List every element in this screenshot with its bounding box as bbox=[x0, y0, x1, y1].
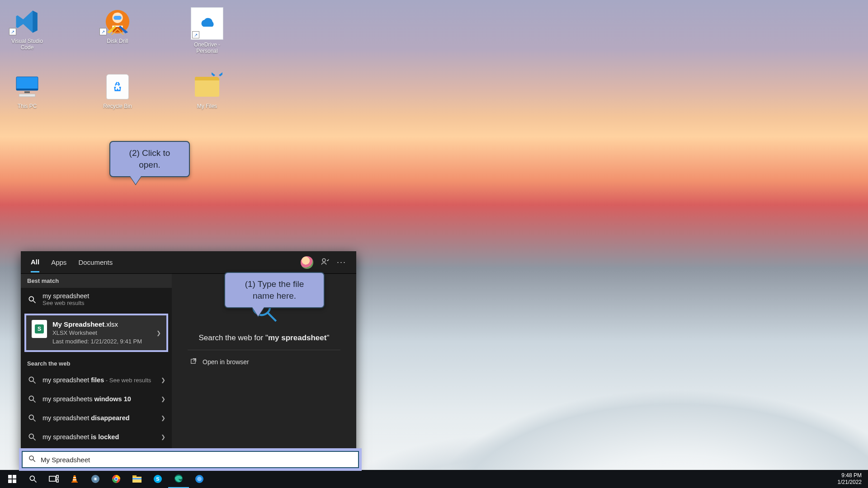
desktop: ↗ Visual Studio Code ↗ Disk Drill ↗ OneD… bbox=[0, 0, 868, 488]
desktop-icon-onedrive[interactable]: ↗ OneDrive - Personal bbox=[184, 7, 230, 54]
task-view-button[interactable] bbox=[43, 470, 64, 488]
search-results-left: Best match my spreadsheet See web result… bbox=[21, 274, 172, 470]
chevron-right-icon: ❯ bbox=[156, 330, 161, 336]
tab-all[interactable]: All bbox=[31, 253, 39, 272]
tab-apps[interactable]: Apps bbox=[51, 253, 66, 272]
svg-point-30 bbox=[30, 476, 34, 480]
search-icon bbox=[28, 455, 36, 465]
edge-icon bbox=[173, 473, 184, 484]
taskbar-app-edge[interactable] bbox=[168, 470, 189, 488]
taskbar-app-generic[interactable] bbox=[189, 470, 210, 488]
windows-icon bbox=[7, 474, 18, 484]
open-external-icon bbox=[190, 357, 197, 366]
search-icon bbox=[27, 295, 37, 305]
recycle-bin-icon bbox=[95, 72, 140, 101]
desktop-icon-vscode[interactable]: ↗ Visual Studio Code bbox=[5, 7, 50, 51]
svg-rect-32 bbox=[49, 476, 56, 481]
svg-point-13 bbox=[29, 396, 33, 400]
clock-date: 1/21/2022 bbox=[838, 479, 862, 486]
chevron-right-icon: ❯ bbox=[161, 396, 165, 402]
best-match-header: Best match bbox=[21, 274, 172, 288]
desktop-icon-diskdrill[interactable]: ↗ Disk Drill bbox=[95, 7, 140, 44]
vscode-icon: ↗ bbox=[5, 7, 50, 36]
search-panel-header: All Apps Documents ··· bbox=[21, 251, 356, 274]
task-view-icon bbox=[48, 474, 59, 484]
svg-line-16 bbox=[33, 419, 36, 422]
desktop-icon-my-files[interactable]: My Files bbox=[184, 72, 230, 109]
svg-text:S: S bbox=[156, 476, 159, 482]
web-suggestion[interactable]: my spreadsheets windows 10 ❯ bbox=[21, 389, 172, 408]
diskdrill-icon: ↗ bbox=[95, 7, 140, 36]
svg-rect-33 bbox=[57, 475, 58, 478]
app-icon bbox=[194, 474, 205, 484]
suggestion-text: my spreadsheet See web results bbox=[42, 292, 89, 306]
desktop-icon-this-pc[interactable]: This PC bbox=[5, 72, 50, 109]
user-avatar[interactable] bbox=[301, 256, 313, 269]
chevron-right-icon: ❯ bbox=[161, 377, 165, 383]
this-pc-icon bbox=[5, 72, 50, 101]
svg-rect-45 bbox=[132, 475, 137, 477]
svg-rect-44 bbox=[132, 477, 142, 483]
web-suggestion[interactable]: my spreadsheet disappeared ❯ bbox=[21, 408, 172, 427]
more-options-icon[interactable]: ··· bbox=[337, 258, 346, 267]
best-match-web-result[interactable]: my spreadsheet See web results bbox=[21, 288, 172, 311]
svg-rect-4 bbox=[16, 77, 38, 90]
file-explorer-icon bbox=[132, 474, 142, 484]
open-in-browser-link[interactable]: Open in browser bbox=[190, 357, 249, 366]
svg-point-24 bbox=[29, 456, 33, 460]
rewards-icon[interactable] bbox=[321, 257, 330, 268]
svg-rect-35 bbox=[71, 482, 78, 483]
svg-rect-46 bbox=[132, 478, 142, 479]
web-suggestion[interactable]: my spreadsheet files - See web results ❯ bbox=[21, 371, 172, 389]
callout-1: (1) Type the file name here. bbox=[224, 272, 325, 308]
search-bar[interactable] bbox=[22, 451, 359, 468]
desktop-icon-recycle-bin[interactable]: Recycle Bin bbox=[95, 72, 140, 109]
svg-point-8 bbox=[322, 258, 326, 262]
shortcut-arrow-icon: ↗ bbox=[192, 31, 199, 38]
svg-point-15 bbox=[29, 415, 33, 419]
taskbar-app-chromium[interactable] bbox=[85, 470, 106, 488]
svg-rect-36 bbox=[73, 477, 76, 478]
taskbar-app-chrome[interactable] bbox=[106, 470, 127, 488]
clock-time: 9:48 PM bbox=[838, 472, 862, 479]
svg-line-25 bbox=[33, 460, 35, 462]
chevron-right-icon: ❯ bbox=[161, 434, 165, 440]
svg-line-10 bbox=[33, 300, 36, 303]
system-tray-clock[interactable]: 9:48 PM 1/21/2022 bbox=[833, 471, 866, 487]
file-result-card[interactable]: S My Spreadsheet.xlsx XLSX Worksheet Las… bbox=[24, 314, 168, 352]
xlsx-file-icon: S bbox=[32, 320, 47, 338]
tab-documents[interactable]: Documents bbox=[78, 253, 113, 272]
taskbar-app-explorer[interactable] bbox=[127, 470, 147, 488]
svg-rect-34 bbox=[57, 479, 58, 482]
search-icon bbox=[27, 394, 37, 404]
shortcut-arrow-icon: ↗ bbox=[9, 28, 16, 35]
chromium-icon bbox=[90, 474, 101, 484]
svg-line-18 bbox=[33, 438, 36, 441]
svg-rect-26 bbox=[8, 475, 12, 479]
svg-rect-28 bbox=[8, 479, 12, 483]
start-button[interactable] bbox=[2, 470, 23, 488]
taskbar-app-skype[interactable]: S bbox=[147, 470, 168, 488]
search-input[interactable] bbox=[41, 456, 353, 464]
svg-point-17 bbox=[29, 434, 33, 438]
svg-point-51 bbox=[197, 477, 202, 481]
search-icon bbox=[27, 432, 37, 442]
icon-label: My Files bbox=[184, 103, 230, 109]
svg-point-43 bbox=[115, 478, 118, 480]
onedrive-icon: ↗ bbox=[191, 7, 223, 40]
skype-icon: S bbox=[152, 474, 163, 484]
web-suggestion[interactable]: my spreadsheet is locked ❯ bbox=[21, 427, 172, 446]
svg-line-31 bbox=[34, 480, 37, 483]
taskbar-app-vlc[interactable] bbox=[64, 470, 85, 488]
taskbar-search-button[interactable] bbox=[23, 470, 43, 488]
svg-rect-7 bbox=[19, 94, 35, 97]
icon-label: This PC bbox=[5, 103, 50, 109]
svg-rect-5 bbox=[16, 89, 38, 90]
vlc-icon bbox=[69, 474, 80, 484]
search-web-header: Search the web bbox=[21, 357, 172, 371]
taskbar: S 9:48 PM 1/21/2022 bbox=[0, 470, 868, 488]
search-icon bbox=[28, 474, 38, 484]
svg-line-12 bbox=[33, 381, 36, 384]
search-icon bbox=[27, 413, 37, 423]
shortcut-arrow-icon: ↗ bbox=[99, 28, 107, 35]
